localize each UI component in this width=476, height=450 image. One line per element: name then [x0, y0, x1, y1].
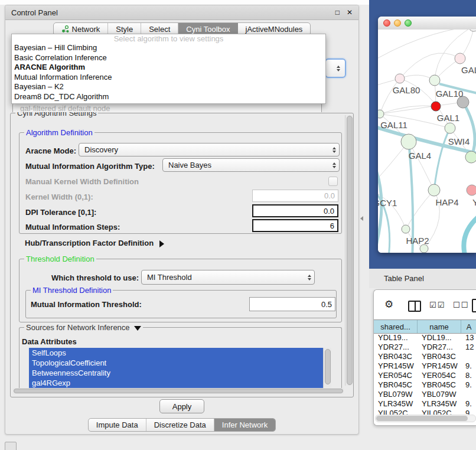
column-header-clipped[interactable]: A: [461, 320, 476, 333]
network-graph-icon: [61, 25, 69, 33]
table-row[interactable]: YER054C YER054C 8.: [374, 370, 476, 380]
mi-type-label: Mutual Information Algorithm Type:: [25, 162, 155, 171]
tab-discretize-data-label: Discretize Data: [154, 420, 206, 429]
table-row[interactable]: YDR27... YDR27... 12: [374, 342, 476, 351]
aracne-mode-combo[interactable]: Discovery: [79, 143, 340, 156]
node-label-gal1: GAL1: [437, 113, 459, 123]
expand-arrow-icon: [159, 240, 164, 247]
node-label-y: Y: [472, 197, 476, 207]
table-row[interactable]: YDL19... YDL19... 13: [374, 332, 476, 342]
float-window-icon[interactable]: □: [335, 9, 340, 16]
kernel-width-field[interactable]: 0.0: [252, 190, 338, 202]
settings-vertical-scrollbar[interactable]: [345, 115, 353, 386]
tab-network-label: Network: [72, 25, 100, 34]
node-label-hap2: HAP2: [406, 236, 429, 246]
network-view-window: GAL8GAL80GAL10GAL1GAL11SWI4GAL4GCY1HAP4Y…: [378, 17, 476, 253]
column-header-shared[interactable]: shared...: [374, 320, 418, 333]
dropdown-item-dream8[interactable]: Dream8 DC_TDC Algorithm: [12, 92, 325, 102]
cell-name: YLR345W: [418, 399, 461, 408]
hub-definition-toggle[interactable]: Hub/Transcription Factor Definition: [25, 239, 164, 247]
dropdown-item-aracne[interactable]: ARACNE Algorithm: [12, 63, 325, 73]
algorithm-combo-focus-ring[interactable]: [325, 58, 346, 78]
tab-discretize-data[interactable]: Discretize Data: [146, 419, 214, 431]
mi-threshold-field[interactable]: 0.5: [249, 297, 335, 311]
tab-infer-network[interactable]: Infer Network: [214, 419, 275, 431]
attributes-list-scrollbar[interactable]: [323, 348, 331, 393]
dropdown-item-basic-correlation[interactable]: Basic Correlation Inference: [12, 53, 325, 63]
table-row[interactable]: YBR045C YBR045C 9.: [374, 380, 476, 389]
control-panel-title: Control Panel: [5, 8, 58, 17]
hub-definition-label: Hub/Transcription Factor Definition: [25, 239, 154, 247]
stepper-arrows-icon: [332, 147, 336, 153]
attribute-item-topologicalcoefficient[interactable]: TopologicalCoefficient: [29, 358, 331, 368]
manual-kernel-checkbox[interactable]: [328, 177, 338, 186]
dropdown-item-bayesian-hill-climbing[interactable]: Bayesian – Hill Climbing: [12, 43, 325, 53]
close-traffic-light-icon[interactable]: [383, 19, 390, 27]
panel-collapse-arrow-icon[interactable]: [360, 216, 363, 221]
node-label-gal10: GAL10: [436, 89, 464, 99]
algorithm-dropdown-placeholder: Select algorithm to view settings: [12, 34, 325, 43]
select-all-checkboxes-icon[interactable]: ☑☑: [429, 301, 445, 309]
which-threshold-combo[interactable]: MI Threshold: [141, 270, 315, 285]
sources-group-title[interactable]: Sources for Network Inference: [24, 323, 143, 332]
cyni-algorithm-settings-group: Cyni Algorithm Settings Algorithm Defini…: [10, 113, 354, 397]
export-table-icon[interactable]: [472, 299, 476, 312]
table-row[interactable]: YBL079W YBL079W: [374, 389, 476, 399]
table-row[interactable]: YLR345W YLR345W 9.: [374, 399, 476, 408]
dpi-tolerance-label: DPI Tolerance [0,1]:: [25, 208, 96, 217]
cell-value: 9.: [461, 399, 476, 408]
attribute-item-selfloops[interactable]: SelfLoops: [29, 348, 331, 358]
docked-panel-icon[interactable]: [5, 442, 17, 450]
table-row[interactable]: YPR145W YPR145W 9.: [374, 361, 476, 370]
cell-value: 12: [461, 343, 476, 351]
node-label-hap4: HAP4: [435, 197, 458, 207]
minimize-traffic-light-icon[interactable]: [394, 19, 401, 27]
tab-select-label: Select: [149, 25, 170, 34]
network-canvas-container[interactable]: GAL8GAL80GAL10GAL1GAL11SWI4GAL4GCY1HAP4Y…: [378, 30, 476, 253]
close-window-icon[interactable]: ✕: [347, 9, 353, 16]
cell-value: 9.: [461, 361, 476, 370]
kernel-width-value: 0.0: [324, 191, 335, 200]
attribute-item-betweennesscentrality[interactable]: BetweennessCentrality: [29, 368, 331, 378]
algorithm-definition-title: Algorithm Definition: [24, 128, 94, 137]
tab-style-label: Style: [116, 25, 133, 34]
mi-type-combo[interactable]: Naive Bayes: [162, 158, 340, 172]
dropdown-item-bayesian-k2[interactable]: Bayesian – K2: [12, 82, 325, 92]
settings-horizontal-scrollbar[interactable]: [13, 388, 344, 394]
which-threshold-value: MI Threshold: [147, 273, 192, 282]
stepper-arrows-icon: [308, 275, 311, 281]
cell-value: 13: [461, 333, 476, 342]
zoom-traffic-light-icon[interactable]: [405, 19, 412, 27]
data-attributes-list: SelfLoops TopologicalCoefficient Between…: [29, 348, 331, 393]
dropdown-item-mutual-information[interactable]: Mutual Information Inference: [12, 73, 325, 83]
stepper-arrows-icon: [332, 162, 336, 168]
cell-value: 9.: [461, 380, 476, 389]
mi-threshold-definition-title: MI Threshold Definition: [31, 286, 113, 295]
aracne-mode-label: Aracne Mode:: [25, 146, 76, 155]
mi-type-value: Naive Bayes: [168, 161, 211, 169]
cell-shared-name: YDR27...: [374, 343, 418, 351]
dpi-tolerance-value: 0.0: [324, 207, 334, 216]
algorithm-definition-group: Algorithm Definition Aracne Mode: Discov…: [19, 132, 342, 234]
node-label-gal8: GAL8: [461, 65, 476, 75]
cell-shared-name: YPR145W: [374, 361, 418, 370]
column-header-name[interactable]: name: [418, 320, 461, 333]
tab-impute-data[interactable]: Impute Data: [89, 419, 146, 431]
apply-button[interactable]: Apply: [159, 399, 204, 413]
attribute-item-gal4rgexp[interactable]: gal4RGexp: [29, 378, 331, 388]
sources-title-text: Sources for Network Inference: [26, 323, 130, 332]
network-labels: GAL8GAL80GAL10GAL1GAL11SWI4GAL4GCY1HAP4Y…: [378, 30, 476, 253]
tab-jactivemnodules-label: jActiveMNodules: [246, 25, 303, 34]
mi-threshold-value: 0.5: [321, 300, 332, 309]
apply-button-label: Apply: [172, 402, 192, 411]
dpi-tolerance-field[interactable]: 0.0: [252, 204, 338, 217]
sources-group: Sources for Network Inference Data Attri…: [19, 327, 342, 394]
cell-shared-name: YBR045C: [374, 380, 418, 389]
cell-name: YBL079W: [418, 390, 461, 399]
gear-icon[interactable]: ⚙: [384, 299, 393, 309]
table-row[interactable]: YBR043C YBR043C: [374, 351, 476, 361]
mi-steps-field[interactable]: 6: [252, 219, 338, 232]
table-horizontal-scrollbar[interactable]: [375, 415, 476, 422]
columns-icon[interactable]: [408, 301, 421, 312]
deselect-all-checkboxes-icon[interactable]: ☐☐: [453, 301, 469, 309]
